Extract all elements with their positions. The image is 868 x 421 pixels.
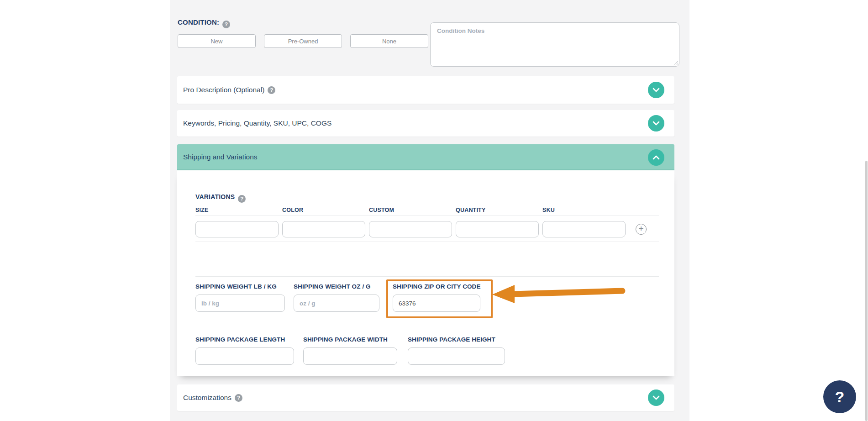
- question-mark-icon: ?: [835, 388, 845, 406]
- shipping-package-length-label: SHIPPING PACKAGE LENGTH: [195, 336, 285, 343]
- chevron-down-icon: [652, 121, 660, 126]
- variations-label-text: VARIATIONS: [195, 193, 235, 200]
- variation-sku-input[interactable]: [542, 221, 626, 237]
- variation-custom-input[interactable]: [369, 221, 452, 237]
- column-header-size: SIZE: [195, 207, 209, 213]
- shipping-package-height-label: SHIPPING PACKAGE HEIGHT: [408, 336, 495, 343]
- condition-notes-textarea[interactable]: [430, 22, 679, 67]
- chevron-down-icon: [652, 395, 660, 400]
- shipping-zip-label: SHIPPING ZIP OR CITY CODE: [393, 283, 481, 290]
- condition-preowned-button[interactable]: Pre-Owned: [264, 34, 342, 48]
- condition-none-button[interactable]: None: [350, 34, 428, 48]
- section-shipping-body: [177, 170, 674, 376]
- shipping-package-height-input[interactable]: [408, 347, 505, 365]
- shipping-weight-oz-input[interactable]: [294, 295, 379, 312]
- variations-label: VARIATIONS?: [195, 193, 246, 203]
- help-icon[interactable]: ?: [222, 21, 230, 28]
- section-title: Shipping and Variations: [183, 153, 258, 161]
- expand-pro-description-button[interactable]: [648, 82, 664, 98]
- help-icon[interactable]: ?: [235, 394, 242, 402]
- plus-icon: +: [638, 224, 643, 233]
- collapse-shipping-button[interactable]: [648, 149, 664, 166]
- chevron-down-icon: [652, 88, 660, 92]
- page-scrollbar[interactable]: [865, 161, 868, 421]
- annotation-arrow-icon: [491, 283, 628, 304]
- section-pro-description[interactable]: Pro Description (Optional) ?: [177, 76, 674, 104]
- condition-notes-wrap: [430, 22, 679, 67]
- section-keywords[interactable]: Keywords, Pricing, Quantity, SKU, UPC, C…: [177, 110, 674, 137]
- shipping-zip-input[interactable]: [393, 295, 480, 312]
- section-customizations[interactable]: Customizations ?: [177, 384, 674, 411]
- table-row-border: [195, 242, 659, 242]
- section-title: Customizations: [183, 394, 231, 402]
- shipping-weight-lb-input[interactable]: [195, 295, 285, 312]
- column-header-quantity: QUANTITY: [456, 207, 486, 213]
- shipping-package-width-label: SHIPPING PACKAGE WIDTH: [303, 336, 388, 343]
- help-icon[interactable]: ?: [238, 195, 246, 203]
- chevron-up-icon: [652, 155, 660, 160]
- add-variation-button[interactable]: +: [636, 224, 647, 235]
- condition-label: CONDITION:?: [178, 18, 230, 28]
- shipping-weight-lb-label: SHIPPING WEIGHT LB / KG: [195, 283, 277, 290]
- shipping-package-width-input[interactable]: [303, 347, 397, 365]
- section-shipping-header[interactable]: Shipping and Variations: [177, 144, 674, 170]
- column-header-color: COLOR: [282, 207, 303, 213]
- variations-divider: [195, 276, 659, 277]
- variation-color-input[interactable]: [282, 221, 365, 237]
- column-header-sku: SKU: [542, 207, 555, 213]
- support-help-button[interactable]: ?: [823, 380, 856, 413]
- condition-new-button[interactable]: New: [178, 34, 256, 48]
- expand-customizations-button[interactable]: [648, 389, 664, 406]
- expand-keywords-button[interactable]: [648, 115, 664, 132]
- column-header-custom: CUSTOM: [369, 207, 394, 213]
- shipping-weight-oz-label: SHIPPING WEIGHT OZ / G: [294, 283, 371, 290]
- section-title: Pro Description (Optional): [183, 86, 264, 94]
- section-title: Keywords, Pricing, Quantity, SKU, UPC, C…: [183, 119, 331, 127]
- help-icon[interactable]: ?: [268, 86, 275, 94]
- variation-quantity-input[interactable]: [456, 221, 539, 237]
- table-top-border: [195, 216, 659, 216]
- condition-label-text: CONDITION:: [178, 18, 219, 26]
- shipping-package-length-input[interactable]: [195, 347, 294, 365]
- variation-size-input[interactable]: [195, 221, 279, 237]
- listing-form-page: CONDITION:? New Pre-Owned None Pro Descr…: [0, 0, 868, 421]
